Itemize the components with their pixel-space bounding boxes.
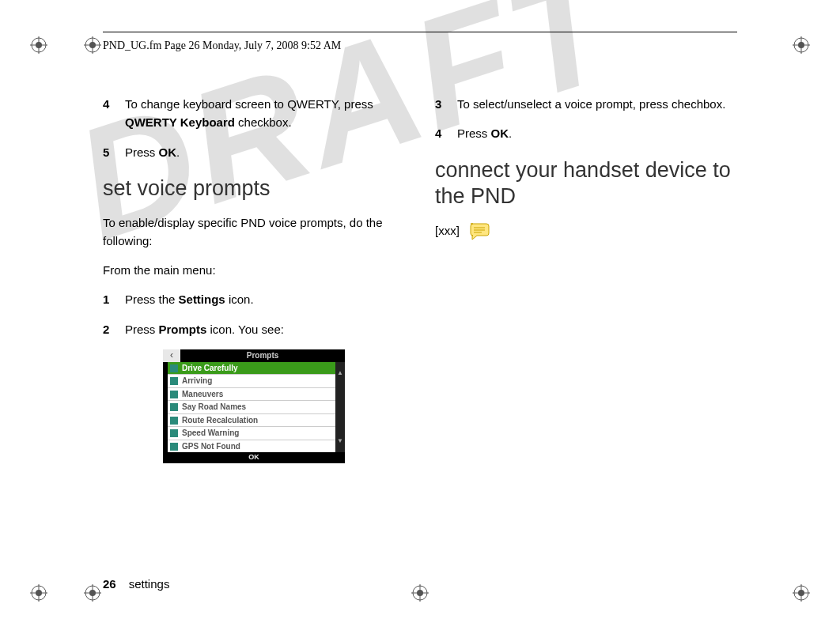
step-number: 4 xyxy=(435,124,457,142)
svg-point-8 xyxy=(794,38,808,52)
text-run: icon. xyxy=(225,293,254,306)
list-item-label: Maneuvers xyxy=(182,388,223,401)
screenshot-header: ‹ Prompts xyxy=(163,349,345,362)
text-run: icon. You see: xyxy=(206,323,284,336)
left-column: 4 To change keyboard screen to QWERTY, p… xyxy=(103,95,405,591)
svg-point-0 xyxy=(32,38,46,52)
svg-point-1 xyxy=(36,42,42,48)
step-4b: 4 Press OK. xyxy=(435,124,737,142)
text-run: . xyxy=(176,145,180,159)
checkbox-icon xyxy=(170,391,178,398)
list-item: Speed Warning xyxy=(168,427,340,440)
placeholder-text: [xxx] xyxy=(435,224,460,237)
text-run: checkbox. xyxy=(235,115,292,129)
text-bold: QWERTY Keyboard xyxy=(125,115,235,129)
list-item: Arriving xyxy=(168,375,340,388)
step-2: 2 Press Prompts icon. You see: xyxy=(103,320,405,338)
list-item-label: Route Recalculation xyxy=(182,414,258,427)
step-body: Press OK. xyxy=(457,124,737,142)
checkbox-icon xyxy=(170,443,178,451)
step-number: 1 xyxy=(103,290,125,308)
svg-point-16 xyxy=(85,586,100,600)
prompts-list: Drive Carefully Arriving Maneuvers Say R… xyxy=(168,362,340,453)
arrow-up-icon: ▲ xyxy=(337,368,343,378)
crop-mark-icon xyxy=(84,36,101,54)
step-number: 5 xyxy=(103,143,125,161)
screenshot-ok-button: OK xyxy=(163,452,345,463)
step-4: 4 To change keyboard screen to QWERTY, p… xyxy=(103,95,405,132)
text-run: Press xyxy=(457,126,491,140)
crop-mark-icon xyxy=(30,584,47,602)
svg-point-24 xyxy=(794,586,808,600)
prompts-screenshot: ‹ Prompts Drive Carefully Arriving Maneu… xyxy=(163,349,345,464)
step-body: To change keyboard screen to QWERTY, pre… xyxy=(125,95,405,132)
checkbox-icon xyxy=(170,403,178,411)
svg-point-5 xyxy=(89,42,96,48)
step-5: 5 Press OK. xyxy=(103,143,405,161)
crop-mark-icon xyxy=(30,36,47,54)
comment-bubble-icon xyxy=(467,222,491,241)
step-body: Press the Settings icon. xyxy=(125,290,405,308)
back-icon: ‹ xyxy=(163,349,180,362)
placeholder-line: [xxx] xyxy=(435,221,737,241)
svg-point-25 xyxy=(798,590,804,596)
step-body: To select/unselect a voice prompt, press… xyxy=(457,95,737,113)
text-bold: Settings xyxy=(179,293,225,306)
right-column: 3 To select/unselect a voice prompt, pre… xyxy=(435,95,737,591)
text-run: To change keyboard screen to QWERTY, pre… xyxy=(125,97,373,111)
checkbox-icon xyxy=(170,377,178,385)
list-item: GPS Not Found xyxy=(168,440,340,453)
list-item-label: Arriving xyxy=(182,375,212,387)
crop-mark-icon xyxy=(84,584,101,602)
svg-point-17 xyxy=(89,590,96,596)
heading-set-voice-prompts: set voice prompts xyxy=(103,176,405,202)
from-main-menu-text: From the main menu: xyxy=(103,261,405,279)
checkbox-icon xyxy=(170,364,178,372)
step-number: 2 xyxy=(103,320,125,338)
screenshot-title: Prompts xyxy=(180,349,345,362)
list-item-label: Drive Carefully xyxy=(182,362,238,375)
list-item: Route Recalculation xyxy=(168,414,340,428)
list-item-label: GPS Not Found xyxy=(182,440,240,453)
text-bold: OK xyxy=(491,126,509,140)
step-number: 4 xyxy=(103,95,125,132)
checkbox-icon xyxy=(170,417,178,425)
crop-mark-icon xyxy=(793,36,810,54)
svg-point-12 xyxy=(32,586,46,600)
list-item-label: Say Road Names xyxy=(182,401,246,413)
text-bold: OK xyxy=(159,145,177,159)
step-body: Press Prompts icon. You see: xyxy=(125,320,405,338)
text-run: Press the xyxy=(125,293,179,306)
list-item: Drive Carefully xyxy=(168,362,340,376)
svg-point-21 xyxy=(417,590,423,596)
step-number: 3 xyxy=(435,95,457,113)
step-body: Press OK. xyxy=(125,143,405,161)
step-1: 1 Press the Settings icon. xyxy=(103,290,405,308)
step-3: 3 To select/unselect a voice prompt, pre… xyxy=(435,95,737,113)
list-item: Say Road Names xyxy=(168,401,340,414)
list-item: Maneuvers xyxy=(168,388,340,402)
text-run: Press xyxy=(125,145,159,159)
list-item-label: Speed Warning xyxy=(182,427,239,440)
svg-point-4 xyxy=(85,38,100,52)
heading-connect-handset: connect your handset device to the PND xyxy=(435,157,737,211)
text-run: Press xyxy=(125,323,159,336)
text-run: . xyxy=(509,126,512,140)
crop-mark-icon xyxy=(793,584,810,602)
intro-paragraph: To enable/display specific PND voice pro… xyxy=(103,213,405,251)
scroll-arrows: ▲▼ xyxy=(335,362,345,453)
svg-point-13 xyxy=(36,590,42,596)
arrow-down-icon: ▼ xyxy=(337,436,343,446)
checkbox-icon xyxy=(170,429,178,437)
svg-point-9 xyxy=(798,42,804,48)
text-bold: Prompts xyxy=(159,323,207,336)
